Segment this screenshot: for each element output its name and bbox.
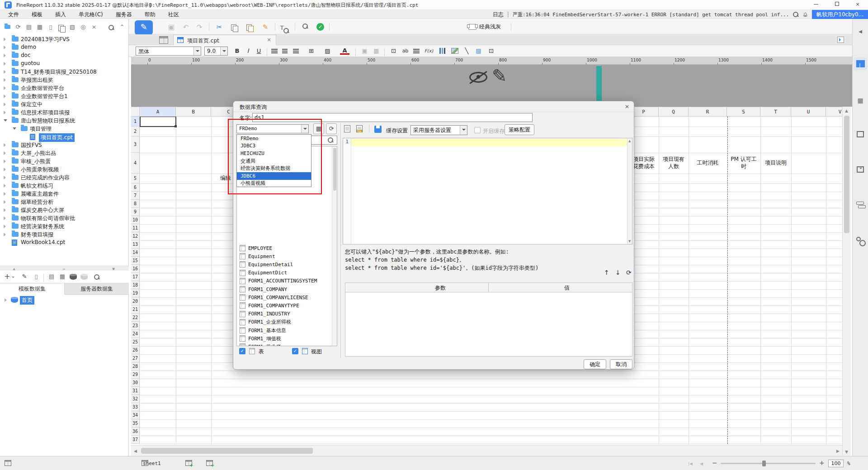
minimize-button[interactable] xyxy=(806,0,826,10)
dataset-settings-icon[interactable]: ▦ xyxy=(58,272,67,281)
tree-item-label[interactable]: 帆软文档练习 xyxy=(21,182,53,190)
sheet-tab-label[interactable]: sheet1 xyxy=(143,461,161,466)
row-header[interactable]: 4 xyxy=(131,153,140,174)
tree-item[interactable]: 烟草经营分析 xyxy=(0,198,129,206)
param-move-down-icon[interactable]: ↓ xyxy=(615,269,621,276)
row-header[interactable]: 9 xyxy=(131,208,140,216)
edit-dataset-icon[interactable]: ✎ xyxy=(20,272,29,281)
dialog-close-icon[interactable]: × xyxy=(623,103,631,111)
close-file-icon[interactable]: × xyxy=(90,23,99,32)
row-header[interactable]: 32 xyxy=(131,395,140,403)
ok-button[interactable]: 确定 xyxy=(584,359,606,369)
editor-scrollbar[interactable]: ▲ ▼ xyxy=(627,138,632,244)
row-header[interactable]: 20 xyxy=(131,297,140,306)
row-header[interactable]: 37 xyxy=(131,436,140,444)
collapse-arrow-icon[interactable] xyxy=(4,94,8,98)
datasource-option[interactable]: HEICHUZU xyxy=(237,150,311,157)
undo-icon[interactable]: ↶ xyxy=(181,22,191,32)
editor-scroll-up-icon[interactable]: ▲ xyxy=(628,139,631,143)
row-header[interactable]: 22 xyxy=(131,314,140,322)
tree-item[interactable]: 晨曦蓝主题套件 xyxy=(0,190,129,198)
params-table-body[interactable] xyxy=(345,292,632,357)
tree-item-label[interactable]: 国投FVS xyxy=(21,141,42,149)
tree-item-label[interactable]: 经营决策财务系统 xyxy=(21,223,64,230)
search-dataset-icon[interactable] xyxy=(92,274,101,283)
tree-item-label[interactable]: 企业数据管控平台 xyxy=(21,85,64,92)
row-header[interactable]: 30 xyxy=(131,379,140,387)
merge-cells-button[interactable]: ▣ xyxy=(360,47,369,56)
datasource-option[interactable]: JDBC3 xyxy=(237,142,311,150)
row-header[interactable]: 19 xyxy=(131,289,140,297)
text-widget-button[interactable]: ⊡ xyxy=(389,47,398,56)
collapse-arrow-icon[interactable] xyxy=(4,168,8,171)
first-page-icon[interactable]: |◀ xyxy=(688,461,693,466)
row-header[interactable]: 23 xyxy=(131,322,140,330)
collapse-arrow-icon[interactable] xyxy=(4,111,8,114)
collapse-arrow-icon[interactable] xyxy=(4,225,8,228)
selected-cell-a1[interactable] xyxy=(140,117,176,127)
collapse-arrow-icon[interactable] xyxy=(4,216,8,220)
font-color-button[interactable]: A xyxy=(340,47,349,55)
menu-item[interactable]: 社区 xyxy=(162,10,185,19)
zoom-value[interactable]: 100 xyxy=(828,460,844,467)
param-refresh-icon[interactable]: ⟳ xyxy=(626,269,632,276)
align-right-button[interactable] xyxy=(293,49,299,53)
template-preview-button[interactable]: ✎ xyxy=(135,20,153,35)
table-search-icon[interactable] xyxy=(327,137,334,145)
collapse-panel-icon[interactable]: ◀ xyxy=(856,27,865,36)
row-header[interactable]: 13 xyxy=(131,240,140,249)
row-header[interactable]: 29 xyxy=(131,371,140,379)
edit-cell[interactable]: 编辑 xyxy=(206,174,233,183)
chart-button[interactable] xyxy=(439,48,446,54)
align-center-button[interactable] xyxy=(282,49,288,53)
tree-item[interactable]: 项目首页.cpt xyxy=(0,133,129,141)
new-report-icon[interactable]: ▤ xyxy=(24,23,33,32)
row-header[interactable]: 14 xyxy=(131,249,140,257)
column-header[interactable]: Q xyxy=(659,107,689,117)
collapse-arrow-icon[interactable] xyxy=(4,62,8,66)
tree-item-label[interactable]: doc xyxy=(21,52,31,58)
table-list-item[interactable]: FORM1_COMPANY xyxy=(237,285,331,293)
underline-button[interactable]: U xyxy=(254,47,264,56)
tree-item[interactable]: T14_财务项目填报_20250108 xyxy=(0,68,129,76)
column-header[interactable]: A xyxy=(140,107,176,117)
report-header-cell[interactable]: PM 认可工时 xyxy=(727,153,760,174)
collapse-arrow-icon[interactable] xyxy=(4,78,8,82)
horizontal-scrollbar[interactable]: ◀ ▶ xyxy=(131,445,842,456)
tree-item-label[interactable]: 唐山智慧物联日报系统 xyxy=(21,117,75,125)
delete-icon[interactable]: ▯ xyxy=(46,23,55,32)
datasource-option[interactable]: 交通局 xyxy=(237,157,311,165)
column-header[interactable]: B xyxy=(176,107,211,117)
datasource-option[interactable]: FRDemo xyxy=(237,135,311,142)
font-size-select[interactable]: 9.0 xyxy=(204,47,228,56)
row-header[interactable]: 33 xyxy=(131,403,140,411)
collapse-arrow-icon[interactable] xyxy=(4,208,8,212)
tree-item[interactable]: doc xyxy=(0,52,129,60)
collapse-arrow-icon[interactable] xyxy=(4,233,8,236)
tree-item-label[interactable]: 已经完成的作业内容 xyxy=(21,174,70,182)
tree-item[interactable]: guotou xyxy=(0,60,129,68)
tree-item-label[interactable]: 大屏_小熊出品 xyxy=(21,150,56,157)
font-family-select[interactable]: 黑体 xyxy=(136,47,201,56)
search-icon[interactable] xyxy=(793,11,799,18)
dialog-panel-divider[interactable] xyxy=(340,123,341,358)
tables-scrollbar[interactable] xyxy=(332,146,337,346)
hscroll-thumb[interactable] xyxy=(141,448,313,454)
delete-dataset-icon[interactable]: ▯ xyxy=(32,272,41,281)
tree-item-label[interactable]: 保定立中 xyxy=(21,101,42,108)
sql-editor[interactable]: 1 ▲ ▼ xyxy=(343,138,632,244)
preview-data-icon[interactable] xyxy=(344,125,350,132)
tree-item-label[interactable]: 信息技术部项目填报 xyxy=(21,109,70,117)
db-connection-icon[interactable] xyxy=(69,273,78,282)
scroll-up-icon[interactable]: ▲ xyxy=(845,108,848,113)
row-header[interactable]: 5 xyxy=(131,174,140,183)
collapse-arrow-icon[interactable] xyxy=(4,143,8,147)
cell-attributes-icon[interactable]: ▦ xyxy=(856,96,865,105)
row-header[interactable]: 34 xyxy=(131,411,140,419)
show-tables-checkbox[interactable]: ✓ xyxy=(239,348,245,354)
new-tab-grid-icon[interactable] xyxy=(159,36,168,44)
collapse-arrow-icon[interactable] xyxy=(4,54,8,57)
theme-label[interactable]: 经典浅灰 xyxy=(479,23,501,31)
tree-item-label[interactable]: 20240813学习FVS xyxy=(21,36,70,43)
collapse-arrow-icon[interactable] xyxy=(4,103,8,106)
